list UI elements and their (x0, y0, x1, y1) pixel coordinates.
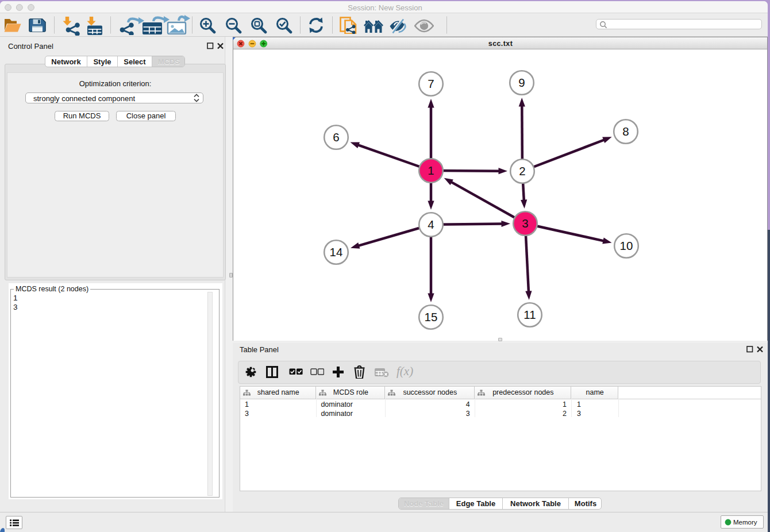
svg-text:11: 11 (523, 308, 536, 321)
svg-text:2: 2 (519, 164, 525, 178)
svg-text:10: 10 (620, 239, 633, 252)
svg-text:15: 15 (425, 310, 438, 323)
svg-text:9: 9 (518, 76, 525, 89)
svg-text:14: 14 (330, 245, 343, 259)
svg-text:7: 7 (428, 77, 434, 90)
svg-text:3: 3 (522, 217, 528, 230)
svg-text:1: 1 (428, 164, 434, 177)
svg-text:8: 8 (622, 125, 629, 138)
svg-text:4: 4 (428, 218, 434, 231)
svg-text:6: 6 (333, 130, 339, 144)
